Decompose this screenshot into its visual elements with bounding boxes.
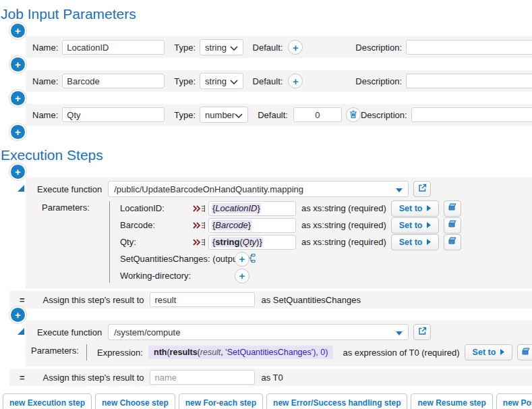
assign-result-row: = Assign this step's result to as SetQua…: [9, 291, 532, 308]
set-to-label: Set to: [473, 348, 496, 357]
type-label: Type:: [174, 43, 196, 53]
parameter-type-select[interactable]: string: [200, 39, 243, 55]
new-error-success-handling-step-button[interactable]: new Error/Success handling step: [266, 393, 407, 409]
arrow-right-icon: [427, 238, 431, 247]
arrow-right-icon: [500, 348, 504, 357]
add-default-button[interactable]: +: [288, 74, 303, 88]
new-resume-step-button[interactable]: new Resume step: [411, 393, 492, 409]
parameter-type-select[interactable]: number: [200, 107, 248, 123]
add-step-button[interactable]: +: [11, 165, 25, 179]
clear-value-button[interactable]: [444, 200, 461, 217]
param-type-hint: as xs:string (required): [301, 237, 386, 247]
new-choose-step-button[interactable]: new Choose step: [95, 393, 175, 409]
set-to-button[interactable]: Set to: [391, 234, 440, 250]
add-parameter-separator: +: [11, 58, 532, 70]
parameters-content: LocationID: {LocationID} as xs:string (r…: [110, 200, 461, 284]
param-value-input[interactable]: {Barcode}: [208, 218, 296, 233]
add-default-button[interactable]: +: [288, 40, 303, 55]
arrow-right-icon: [427, 221, 431, 230]
assign-equals-sign: =: [20, 373, 25, 383]
input-parameter-row: Name: Type: string Default: + Descriptio…: [26, 70, 532, 92]
parameter-name-input[interactable]: [62, 74, 165, 88]
chevron-down-icon: [235, 110, 243, 120]
parameters-section: Parameters: Expression: nth(results(resu…: [26, 343, 532, 362]
parameter-name-input[interactable]: [62, 40, 165, 55]
expression-token: 'SetQuantitiesChanges': [225, 348, 313, 357]
add-workdir-value-button[interactable]: +: [235, 269, 249, 283]
open-function-button[interactable]: [413, 324, 431, 340]
clear-value-button[interactable]: [444, 234, 461, 250]
brace: }: [259, 237, 262, 247]
add-step-button[interactable]: +: [11, 308, 25, 322]
parameter-type-select[interactable]: string: [200, 73, 243, 89]
set-to-button[interactable]: Set to: [465, 344, 513, 360]
name-label: Name:: [32, 43, 58, 53]
type-label: Type:: [174, 110, 196, 120]
parameter-description-input[interactable]: [406, 74, 532, 88]
open-function-button[interactable]: [413, 181, 431, 197]
set-to-label: Set to: [399, 238, 423, 247]
clear-value-button[interactable]: [517, 344, 532, 360]
set-value-icon: [193, 221, 205, 229]
param-type-hint: as xs:string (required): [301, 220, 386, 230]
expression-input[interactable]: nth(results(result, 'SetQuantitiesChange…: [148, 346, 333, 359]
default-area: [293, 107, 361, 122]
type-label: Type:: [174, 76, 196, 86]
assign-equals-sign: =: [20, 295, 25, 305]
add-parameter-button[interactable]: +: [11, 57, 25, 72]
set-to-button[interactable]: Set to: [391, 217, 440, 234]
collapse-triangle-icon[interactable]: [18, 185, 24, 192]
assign-label: Assign this step's result to: [43, 373, 144, 383]
input-parameter-row: Name: Type: string Default: + Descriptio…: [26, 36, 532, 58]
job-input-parameters-title: Job Input Parameters: [1, 5, 532, 23]
workdir-param-label: Working-directory:: [120, 271, 191, 281]
plus-icon: +: [15, 59, 21, 70]
add-step-separator: +: [11, 308, 532, 321]
clear-value-button[interactable]: [444, 217, 461, 234]
add-parameter-button[interactable]: +: [11, 24, 25, 38]
param-type-hint: as expression of T0 (required): [343, 348, 459, 358]
parameter-row: Qty: {string(Qty)} as xs:string (require…: [120, 234, 461, 250]
input-parameter-row: Name: Type: number Default: Description:: [26, 104, 532, 126]
add-parameter-button[interactable]: +: [11, 91, 25, 105]
chevron-down-icon: [230, 43, 238, 53]
parameter-description-input[interactable]: [411, 107, 532, 122]
add-output-value-button[interactable]: +: [235, 252, 249, 267]
new-execution-step-button[interactable]: new Execution step: [3, 393, 92, 409]
new-for-each-step-button[interactable]: new For-each step: [179, 393, 263, 409]
type-select-value: string: [205, 43, 227, 53]
parameters-section: Parameters: LocationID: {LocationID} as …: [26, 200, 532, 284]
chevron-down-icon: [230, 76, 238, 86]
default-area: +: [288, 74, 355, 88]
add-parameter-button[interactable]: +: [11, 125, 25, 139]
param-name: Barcode:: [120, 220, 193, 230]
parameter-name-input[interactable]: [62, 107, 165, 122]
execution-step-block: Execute function /public/UpdateBarcodeOn…: [26, 178, 532, 289]
function-token: string: [215, 237, 239, 247]
param-value-input[interactable]: {LocationID}: [208, 201, 296, 216]
plus-icon: +: [15, 127, 21, 137]
dropdown-arrow-icon: [396, 184, 403, 194]
function-select-value: /system/compute: [114, 327, 180, 337]
function-select[interactable]: /public/UpdateBarcodeOnHandQuantity.mapp…: [108, 181, 409, 197]
parameter-description-input[interactable]: [406, 40, 532, 55]
set-to-button[interactable]: Set to: [391, 200, 440, 217]
param-name: LocationID:: [120, 203, 193, 213]
collapse-triangle-icon[interactable]: [18, 328, 24, 335]
default-label: Default:: [253, 43, 283, 53]
function-select[interactable]: /system/compute: [108, 324, 409, 340]
delete-default-button[interactable]: [346, 107, 361, 122]
eraser-icon: [521, 348, 531, 358]
param-name: Expression:: [97, 348, 148, 358]
new-postpone-step-button[interactable]: new Postpone step: [496, 393, 532, 409]
plus-icon: +: [239, 254, 245, 264]
type-select-value: string: [205, 76, 227, 86]
param-value-input[interactable]: {string(Qty)}: [208, 235, 296, 250]
assign-result-input[interactable]: [150, 370, 255, 385]
parameter-row: SetQuantitiesChanges: (output) +: [120, 250, 461, 267]
default-value-input[interactable]: [293, 107, 342, 122]
parameter-row: Working-directory: +: [120, 267, 461, 284]
assign-result-input[interactable]: [150, 292, 255, 307]
execute-function-label: Execute function: [37, 327, 102, 337]
name-label: Name:: [32, 110, 58, 120]
